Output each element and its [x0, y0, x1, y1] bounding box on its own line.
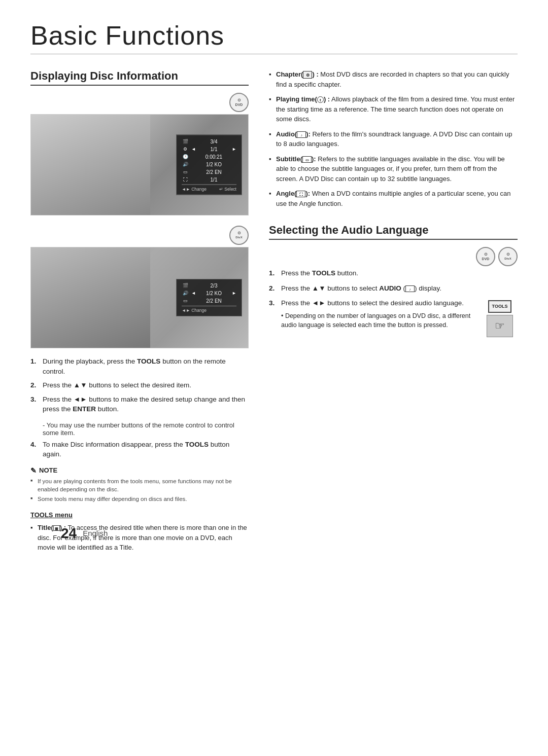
tools-hand-icon: ☞: [487, 315, 513, 337]
osd-clock-icon: 🕐: [182, 154, 189, 160]
subtitle-label: Subtitle(▭):: [276, 155, 316, 163]
note-section: ✎ NOTE If you are playing contents from …: [30, 466, 249, 503]
step-4-num: 4.: [30, 440, 39, 459]
audio-icon: ♪: [297, 131, 306, 138]
step-2: 2. Press the ▲▼ buttons to select the de…: [30, 380, 249, 390]
divx-icon: ⊙: [237, 231, 241, 236]
footer-language: English: [83, 529, 108, 537]
dvd-badge-1: ⊙ DVD: [229, 93, 249, 112]
audio-step-2-num: 2.: [269, 283, 277, 294]
bullet-audio: Audio(♪): Refers to the film's soundtrac…: [269, 129, 518, 149]
audio-dvd-text: DVD: [482, 257, 490, 261]
section-title-disc-info: Displaying Disc Information: [30, 69, 249, 86]
note-item-1: If you are playing contents from the too…: [30, 477, 249, 493]
chapter-label: Chapter(⚙) :: [276, 70, 319, 78]
osd-audio-icon: 🔊: [182, 161, 189, 167]
audio-sub-text: Depending on the number of languages on …: [281, 312, 470, 329]
osd2-audio-icon: 🔊: [182, 290, 189, 296]
audio-step-2: 2. Press the ▲▼ buttons to select AUDIO …: [269, 283, 518, 294]
audio-step-2-text: Press the ▲▼ buttons to select AUDIO (♪)…: [281, 283, 441, 294]
note-item-2: Some tools menu may differ depending on …: [30, 495, 249, 503]
osd-menu-1: 🎬 3/4 ⚙ ◄ 1/1 ► 🕐 0:00:21 🔊: [176, 135, 242, 195]
left-column: Displaying Disc Information ⊙ DVD 🎬 3/4: [30, 69, 249, 557]
step-2-num: 2.: [30, 380, 39, 390]
audio-dvd-icon: ⊙: [484, 253, 488, 257]
audio-step-3-num: 3.: [269, 298, 277, 337]
osd2-title-icon: 🎬: [182, 282, 189, 289]
osd-subtitle-icon: ▭: [182, 169, 189, 175]
tools-box-label: TOOLS: [488, 300, 512, 313]
osd-change-label: ◄► Change: [182, 187, 207, 192]
note-label: NOTE: [39, 466, 57, 474]
osd-bottom-1: ◄► Change ↵ Select: [182, 185, 236, 192]
audio-steps-list: 1. Press the TOOLS button. 2. Press the …: [269, 268, 518, 337]
osd-title-icon: 🎬: [182, 138, 189, 145]
puppy-image-1: [31, 115, 150, 215]
audio-badge-row: ⊙ DVD ⊙ DivX: [269, 247, 518, 266]
right-column: Chapter(⚙) : Most DVD discs are recorded…: [269, 69, 518, 557]
osd-chapter-icon: ⚙: [182, 146, 189, 152]
dvd-badge-row-2: ⊙ DivX: [30, 226, 249, 245]
step-3: 3. Press the ◄► buttons to make the desi…: [30, 394, 249, 414]
tools-image-box: TOOLS ☞: [482, 300, 518, 337]
subtitle-icon: ▭: [302, 156, 312, 163]
audio-divx-icon: ⊙: [506, 253, 510, 257]
note-pencil-icon: ✎: [30, 466, 37, 475]
osd-angle-icon: ⛶: [182, 176, 189, 183]
step-1: 1. During the playback, press the TOOLS …: [30, 356, 249, 376]
osd-row-subtitle: ▭ 2/2 EN: [182, 169, 236, 175]
osd2-change-label: ◄► Change: [182, 308, 207, 313]
step-1-num: 1.: [30, 356, 39, 376]
osd-row-angle: ⛶ 1/1: [182, 176, 236, 183]
audio-step-3-content: Press the ◄► buttons to select the desir…: [281, 298, 518, 337]
osd2-row-subtitle: ▭ 2/2 EN: [182, 298, 236, 304]
dvd-label: ⊙: [237, 98, 241, 103]
page-title: Basic Functions: [30, 20, 518, 54]
audio-step-3: 3. Press the ◄► buttons to select the de…: [269, 298, 518, 337]
divx-badge-1: ⊙ DivX: [229, 226, 249, 245]
osd-row-audio: 🔊 1/2 KO: [182, 161, 236, 167]
note-title: ✎ NOTE: [30, 466, 249, 475]
audio-label: Audio(♪):: [276, 130, 311, 138]
osd2-row-audio: 🔊 ◄ 1/2 KO ►: [182, 290, 236, 296]
screenshot-2: 🎬 2/3 🔊 ◄ 1/2 KO ► ▭ 2/2 EN ◄► Chang: [30, 247, 249, 348]
audio-divx-text: DivX: [504, 257, 511, 261]
audio-step-3-text: Press the ◄► buttons to select the desir…: [281, 299, 464, 307]
audio-dvd-badge: ⊙ DVD: [476, 247, 495, 266]
step-3-text: Press the ◄► buttons to make the desired…: [43, 394, 249, 414]
steps-list: 1. During the playback, press the TOOLS …: [30, 356, 249, 414]
dvd-text: DVD: [235, 103, 243, 107]
page-footer: 24 English: [61, 525, 108, 542]
step-1-text: During the playback, press the TOOLS but…: [43, 356, 249, 376]
puppy-image-2: [31, 247, 150, 348]
tools-menu-title: TOOLS menu: [30, 511, 249, 519]
step-3-sub: - You may use the number buttons of the …: [43, 421, 249, 437]
osd-row-time: 🕐 0:00:21: [182, 154, 236, 160]
audio-step-1: 1. Press the TOOLS button.: [269, 268, 518, 278]
step-2-text: Press the ▲▼ buttons to select the desir…: [43, 380, 191, 390]
step-3-num: 3.: [30, 394, 39, 414]
audio-step-1-num: 1.: [269, 268, 277, 278]
osd-bottom-2: ◄► Change: [182, 306, 236, 313]
bullet-angle: Angle(⛶): When a DVD contains multiple a…: [269, 189, 518, 208]
osd-menu-2: 🎬 2/3 🔊 ◄ 1/2 KO ► ▭ 2/2 EN ◄► Chang: [176, 279, 242, 316]
osd2-row-title: 🎬 2/3: [182, 282, 236, 289]
osd-row-chapter: ⚙ ◄ 1/1 ►: [182, 146, 236, 152]
steps-list-2: 4. To make Disc information disappear, p…: [30, 440, 249, 459]
disc-info-bullet-list: Chapter(⚙) : Most DVD discs are recorded…: [269, 69, 518, 208]
audio-sub-bullet: •: [281, 312, 283, 319]
playing-time-label: Playing time(t) :: [276, 95, 330, 103]
step-4-text: To make Disc information disappear, pres…: [43, 440, 249, 459]
title-icon: ▦: [53, 525, 60, 531]
step-4: 4. To make Disc information disappear, p…: [30, 440, 249, 459]
divx-text: DivX: [235, 236, 242, 239]
audio-select-icon: ♪: [405, 285, 415, 292]
bullet-subtitle: Subtitle(▭): Refers to the subtitle lang…: [269, 154, 518, 184]
dvd-badge-row-1: ⊙ DVD: [30, 93, 249, 112]
audio-section: Selecting the Audio Language ⊙ DVD ⊙ Div…: [269, 224, 518, 337]
two-column-layout: Displaying Disc Information ⊙ DVD 🎬 3/4: [30, 69, 518, 557]
angle-label: Angle(⛶):: [276, 190, 310, 197]
section-title-audio: Selecting the Audio Language: [269, 224, 518, 240]
page-number: 24: [61, 525, 77, 542]
osd-select-label: ↵ Select: [219, 187, 236, 192]
